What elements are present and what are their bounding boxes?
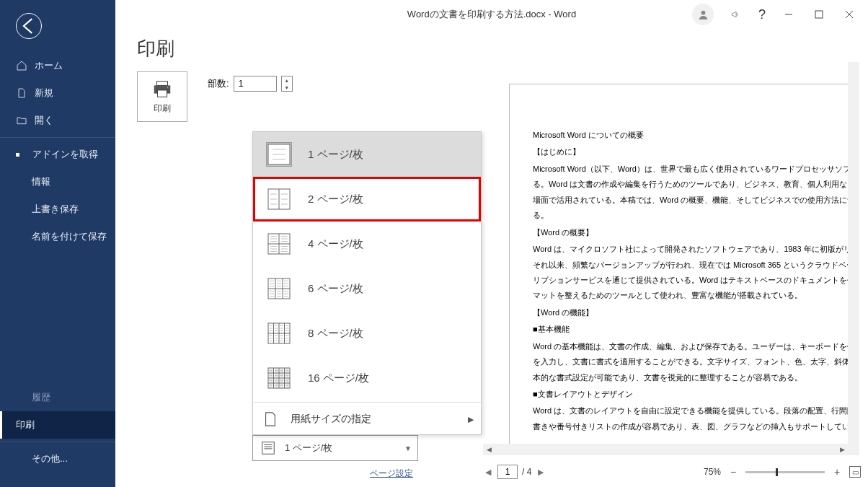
sidebar-item-info[interactable]: 情報 xyxy=(0,168,115,196)
sidebar-item-print[interactable]: 印刷 xyxy=(0,411,115,439)
pps-option-label: 2 ページ/枚 xyxy=(308,193,363,206)
prev-page-button[interactable]: ◀ xyxy=(483,467,493,477)
pages-per-sheet-menu: 1 ページ/枚2 ページ/枚4 ページ/枚6 ページ/枚8 ページ/枚16 ペー… xyxy=(252,131,482,435)
account-button[interactable] xyxy=(692,4,714,25)
megaphone-icon xyxy=(730,9,740,19)
pps-option-5[interactable]: 8 ページ/枚 xyxy=(253,311,481,356)
pages-per-sheet-select[interactable]: 1 ページ/枚 ▼ xyxy=(252,435,418,461)
sidebar-item-label: 新規 xyxy=(35,87,53,100)
pps-option-1[interactable]: 1 ページ/枚 xyxy=(253,132,481,177)
user-icon xyxy=(697,9,709,21)
pps-option-2[interactable]: 2 ページ/枚 xyxy=(253,177,481,221)
chevron-right-icon: ▶ xyxy=(468,415,474,424)
scroll-left-arrow[interactable]: ◀ xyxy=(483,444,495,455)
page-nav: ◀ / 4 ▶ xyxy=(483,465,546,479)
doc-line: ■基本機能 xyxy=(533,322,859,337)
svg-rect-2 xyxy=(157,81,168,85)
arrow-left-icon xyxy=(17,14,41,38)
print-button[interactable]: 印刷 xyxy=(137,71,187,122)
zoom-controls: 75% − + ▭ xyxy=(704,466,861,478)
pps-option-3[interactable]: 4 ページ/枚 xyxy=(253,221,481,266)
pps-option-4[interactable]: 6 ページ/枚 xyxy=(253,266,481,311)
folder-open-icon xyxy=(16,115,27,126)
pages-grid-icon xyxy=(266,142,292,167)
preview-footer: ◀ / 4 ▶ 75% − + ▭ xyxy=(483,461,861,483)
page-title: 印刷 xyxy=(137,36,868,61)
pps-option-label: 6 ページ/枚 xyxy=(308,282,363,296)
spinner-down[interactable]: ▼ xyxy=(282,84,292,91)
coming-soon-button[interactable] xyxy=(721,2,750,27)
doc-line: Word の基本機能は、文書の作成、編集、および保存である。ユーザーは、キーボー… xyxy=(533,339,859,385)
copies-label: 部数: xyxy=(208,77,229,90)
scale-to-paper-size[interactable]: 用紙サイズの指定 ▶ xyxy=(253,404,481,434)
doc-line: Word は、文書のレイアウトを自由に設定できる機能を提供している。段落の配置、… xyxy=(533,403,859,434)
sidebar-item-more[interactable]: その他... xyxy=(0,445,115,473)
pps-option-label: 4 ページ/枚 xyxy=(308,237,363,251)
horizontal-scrollbar[interactable]: ◀ ▶ xyxy=(483,444,848,455)
sidebar-item-save[interactable]: 上書き保存 xyxy=(0,196,115,223)
print-button-label: 印刷 xyxy=(154,102,171,115)
sidebar-item-label: その他... xyxy=(32,452,68,465)
vertical-scrollbar[interactable] xyxy=(848,62,859,455)
sidebar-item-new[interactable]: 新規 xyxy=(0,79,115,107)
fit-to-window-button[interactable]: ▭ xyxy=(849,466,861,478)
print-preview: Microsoft Word についての概要【はじめに】Microsoft Wo… xyxy=(483,62,859,455)
document-title: Wordの文書を印刷する方法.docx - Word xyxy=(407,8,576,21)
new-file-icon xyxy=(16,87,27,99)
sidebar-item-label: 開く xyxy=(35,114,53,127)
pps-option-label: 16 ページ/枚 xyxy=(308,372,369,385)
scroll-right-arrow[interactable]: ▶ xyxy=(836,444,848,455)
current-page-input[interactable] xyxy=(497,465,518,479)
sidebar-item-label: 履歴 xyxy=(32,391,50,404)
spinner-up[interactable]: ▲ xyxy=(282,76,292,84)
zoom-slider[interactable] xyxy=(745,471,825,473)
doc-line: Microsoft Word（以下、Word）は、世界で最も広く使用されているワ… xyxy=(533,162,859,224)
main-area: Wordの文書を印刷する方法.docx - Word ? 印刷 印刷 xyxy=(115,0,868,487)
sidebar-item-label: 情報 xyxy=(32,175,50,188)
copies-input[interactable] xyxy=(234,76,277,92)
close-button[interactable] xyxy=(835,2,864,27)
svg-point-0 xyxy=(701,10,705,14)
help-button[interactable]: ? xyxy=(751,7,773,22)
doc-line: 【Word の概要】 xyxy=(533,225,859,240)
zoom-value: 75% xyxy=(704,467,721,477)
sidebar-item-label: ホーム xyxy=(35,59,63,72)
sidebar-item-open[interactable]: 開く xyxy=(0,107,115,134)
doc-line: 【Word の機能】 xyxy=(533,305,859,320)
minimize-button[interactable] xyxy=(774,2,803,27)
doc-line: ■文書レイアウトとデザイン xyxy=(533,387,859,402)
svg-rect-1 xyxy=(815,11,823,18)
page-setup-link[interactable]: ページ設定 xyxy=(370,468,413,480)
sidebar-item-home[interactable]: ホーム xyxy=(0,52,115,79)
copies-spinner[interactable]: ▲ ▼ xyxy=(281,76,293,92)
doc-line: 【はじめに】 xyxy=(533,144,859,159)
close-icon xyxy=(844,9,854,19)
preview-page: Microsoft Word についての概要【はじめに】Microsoft Wo… xyxy=(509,84,859,449)
chevron-down-icon: ▼ xyxy=(404,444,412,452)
doc-line: Word は、マイクロソフト社によって開発されたソフトウェアであり、1983 年… xyxy=(533,242,859,304)
maximize-icon xyxy=(814,9,824,19)
next-page-button[interactable]: ▶ xyxy=(536,467,546,477)
sidebar-item-label: アドインを取得 xyxy=(32,148,98,161)
zoom-out-button[interactable]: − xyxy=(728,466,738,478)
sidebar-item-label: 名前を付けて保存 xyxy=(32,230,107,243)
pps-option-6[interactable]: 16 ページ/枚 xyxy=(253,356,481,400)
pages-grid-icon xyxy=(266,232,292,256)
svg-rect-4 xyxy=(157,89,167,96)
sidebar-item-addins[interactable]: アドインを取得 xyxy=(0,141,115,168)
maximize-button[interactable] xyxy=(805,2,833,27)
printer-icon xyxy=(151,79,173,100)
pages-grid-icon xyxy=(266,366,292,390)
zoom-in-button[interactable]: + xyxy=(832,466,842,478)
sidebar-item-history: 履歴 xyxy=(0,384,115,411)
title-bar: Wordの文書を印刷する方法.docx - Word ? xyxy=(115,0,868,29)
sidebar-item-label: 上書き保存 xyxy=(32,203,79,216)
home-icon xyxy=(16,60,27,71)
back-button[interactable] xyxy=(16,13,42,39)
pages-grid-icon xyxy=(266,276,292,301)
sidebar-item-saveas[interactable]: 名前を付けて保存 xyxy=(0,223,115,250)
minimize-icon xyxy=(784,9,794,19)
pps-option-label: 1 ページ/枚 xyxy=(308,148,363,162)
pages-per-sheet-value: 1 ページ/枚 xyxy=(285,442,332,455)
doc-line: Microsoft Word についての概要 xyxy=(533,128,859,143)
